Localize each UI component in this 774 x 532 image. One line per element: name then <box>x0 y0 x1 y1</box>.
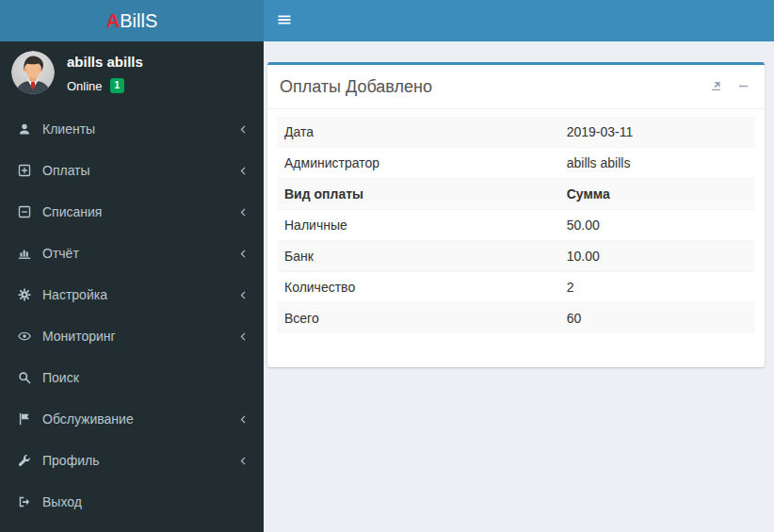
sidebar-item-profile[interactable]: Профиль <box>0 440 264 481</box>
sidebar-item-monitoring[interactable]: Мониторинг <box>0 315 264 357</box>
payments-added-panel: Оплаты Добавлено <box>267 62 765 367</box>
user-name: abills abills <box>67 54 143 70</box>
sidebar-item-search[interactable]: Поиск <box>0 357 264 398</box>
panel-tools <box>708 78 751 97</box>
avatar <box>11 51 55 94</box>
content-area: Оплаты Добавлено <box>264 41 774 532</box>
table-row: Всего 60 <box>277 303 755 334</box>
chevron-left-icon <box>238 456 249 466</box>
user-icon <box>15 122 33 136</box>
table-row: Администратор abills abills <box>277 148 755 179</box>
chevron-left-icon <box>238 124 249 135</box>
chevron-left-icon <box>238 290 249 300</box>
search-icon <box>15 371 33 384</box>
table-row: Вид оплаты Сумма <box>277 179 755 210</box>
sign-out-icon <box>15 495 33 508</box>
table-row: Количество 2 <box>277 272 755 303</box>
sidebar-toggle-button[interactable] <box>264 7 305 36</box>
sidebar-item-settings[interactable]: Настройка <box>0 274 264 315</box>
export-button[interactable] <box>708 78 724 97</box>
table-row: Наличные 50.00 <box>277 210 755 241</box>
brand-logo[interactable]: ABillS <box>0 0 264 41</box>
export-icon <box>710 80 722 95</box>
hamburger-icon <box>277 12 292 30</box>
sidebar-item-payments[interactable]: Оплаты <box>0 150 264 191</box>
user-panel: abills abills Online 1 <box>0 41 264 105</box>
chevron-left-icon <box>238 249 249 259</box>
chevron-left-icon <box>238 166 249 176</box>
collapse-minus-icon <box>737 80 750 95</box>
chevron-left-icon <box>238 331 249 342</box>
minus-square-icon <box>15 205 33 218</box>
table-row: Дата 2019-03-11 <box>277 117 755 148</box>
sidebar-item-clients[interactable]: Клиенты <box>0 108 264 150</box>
sidebar-item-report[interactable]: Отчёт <box>0 233 264 274</box>
sidebar: ABillS <box>0 0 264 532</box>
plus-square-icon <box>15 164 33 177</box>
summary-table: Дата 2019-03-11 Администратор abills abi… <box>277 117 755 333</box>
panel-title: Оплаты Добавлено <box>280 77 432 97</box>
wrench-icon <box>15 454 33 467</box>
brand-rest: BillS <box>120 10 157 32</box>
online-label: Online <box>67 79 103 93</box>
panel-header: Оплаты Добавлено <box>267 65 765 109</box>
sidebar-item-logout[interactable]: Выход <box>0 481 264 523</box>
user-status: Online 1 <box>67 78 143 93</box>
online-count-badge: 1 <box>110 78 125 93</box>
gear-icon <box>15 288 33 301</box>
user-info: abills abills Online 1 <box>67 51 143 93</box>
flag-icon <box>15 412 33 426</box>
sidebar-item-fees[interactable]: Списания <box>0 191 264 233</box>
panel-body: Дата 2019-03-11 Администратор abills abi… <box>267 109 765 343</box>
sidebar-menu: Клиенты Оплаты Списания Отчёт Настройка … <box>0 108 264 523</box>
sidebar-item-maintenance[interactable]: Обслуживание <box>0 398 264 440</box>
chevron-left-icon <box>238 207 249 218</box>
table-row: Банк 10.00 <box>277 241 755 272</box>
eye-icon <box>15 330 33 343</box>
main-area: Оплаты Добавлено <box>264 0 774 532</box>
bar-chart-icon <box>15 247 33 260</box>
collapse-button[interactable] <box>735 78 751 97</box>
top-navbar <box>264 0 774 41</box>
brand-prefix: A <box>106 10 120 32</box>
app-window: ABillS <box>0 0 774 532</box>
chevron-left-icon <box>238 414 249 425</box>
